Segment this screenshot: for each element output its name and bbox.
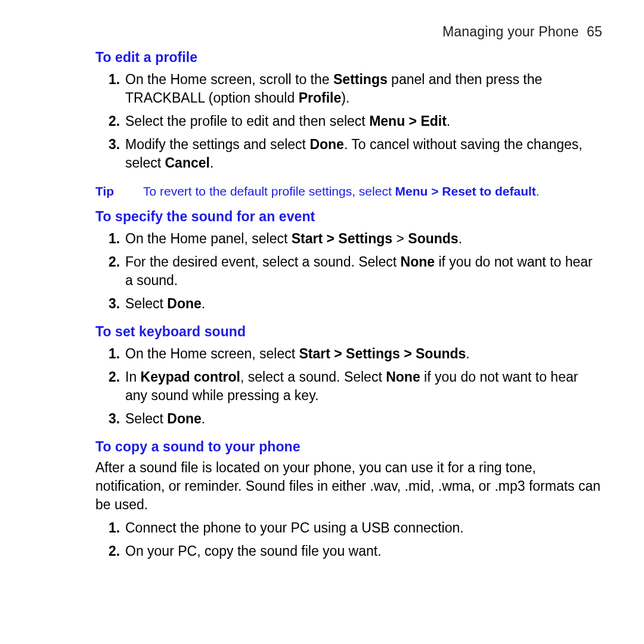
- step-item: On the Home panel, select Start > Settin…: [109, 227, 602, 250]
- step-item: Modify the settings and select Done. To …: [109, 133, 602, 175]
- page-number: 65: [587, 24, 602, 39]
- manual-page: Managing your Phone 65 To edit a profile…: [0, 0, 644, 587]
- section-heading-keyboard-sound: To set keyboard sound: [95, 324, 602, 340]
- section-heading-copy-sound: To copy a sound to your phone: [95, 439, 602, 455]
- intro-paragraph: After a sound file is located on your ph…: [95, 459, 602, 514]
- step-item: Select Done.: [109, 292, 602, 315]
- steps-sound-event: On the Home panel, select Start > Settin…: [109, 227, 602, 315]
- steps-keyboard-sound: On the Home screen, select Start > Setti…: [109, 342, 602, 431]
- steps-edit-profile: On the Home screen, scroll to the Settin…: [109, 68, 602, 175]
- step-item: Select the profile to edit and then sele…: [109, 110, 602, 133]
- tip-label: Tip: [95, 183, 143, 200]
- step-item: Select Done.: [109, 407, 602, 431]
- step-item: On the Home screen, scroll to the Settin…: [109, 68, 602, 110]
- step-item: Connect the phone to your PC using a USB…: [109, 516, 602, 540]
- tip-row: Tip To revert to the default profile set…: [95, 183, 602, 200]
- running-header: Managing your Phone 65: [42, 24, 602, 40]
- step-item: On your PC, copy the sound file you want…: [109, 540, 602, 563]
- tip-text: To revert to the default profile setting…: [143, 183, 602, 200]
- chapter-title: Managing your Phone: [442, 24, 579, 39]
- step-item: For the desired event, select a sound. S…: [109, 250, 602, 292]
- section-heading-edit-profile: To edit a profile: [95, 49, 602, 66]
- step-item: In Keypad control, select a sound. Selec…: [109, 366, 602, 407]
- step-item: On the Home screen, select Start > Setti…: [109, 342, 602, 366]
- steps-copy-sound: Connect the phone to your PC using a USB…: [109, 516, 602, 563]
- section-heading-sound-event: To specify the sound for an event: [95, 209, 602, 225]
